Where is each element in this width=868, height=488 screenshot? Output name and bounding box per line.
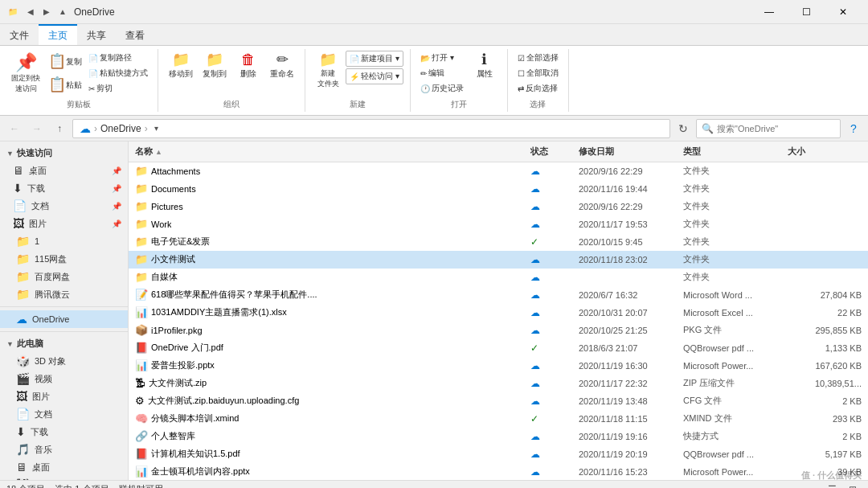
status-network: 联机时可用 bbox=[119, 483, 163, 488]
tab-home[interactable]: 主页 bbox=[39, 24, 77, 45]
history-button[interactable]: 🕐 历史记录 bbox=[417, 81, 467, 96]
table-row[interactable]: 📁 Pictures ☁ 2020/9/16 22:29 文件夹 bbox=[129, 198, 868, 215]
col-header-date[interactable]: 修改日期 bbox=[575, 146, 680, 158]
file-status-cell: ☁ bbox=[527, 325, 575, 336]
easy-access-button[interactable]: ⚡ 轻松访问 ▾ bbox=[346, 68, 403, 84]
col-header-size[interactable]: 大小 bbox=[784, 146, 865, 158]
up-button[interactable]: ↑ bbox=[50, 119, 69, 138]
sidebar-item-pictures2[interactable]: 🖼 图片 bbox=[0, 388, 128, 405]
file-type-cell: 文件夹 bbox=[680, 165, 784, 177]
search-box[interactable]: 🔍 bbox=[696, 119, 841, 138]
close-button[interactable]: ✕ bbox=[825, 0, 862, 24]
tab-share[interactable]: 共享 bbox=[77, 24, 116, 45]
sidebar-item-downloads2[interactable]: ⬇ 下载 bbox=[0, 423, 128, 441]
table-row[interactable]: 🔗 个人整智库 ☁ 2020/11/19 19:16 快捷方式 2 KB bbox=[129, 428, 868, 445]
pin-button[interactable]: 📌 固定到快速访问 bbox=[6, 51, 45, 97]
sidebar-item-onedrive[interactable]: ☁ OneDrive bbox=[0, 310, 128, 328]
open-button[interactable]: 📂 打开 ▾ bbox=[417, 51, 467, 65]
select-none-button[interactable]: ☐ 全部取消 bbox=[514, 66, 562, 80]
table-row[interactable]: 📝 618哪些苹果配件值得买？苹果手机配件.... ☁ 2020/6/7 16:… bbox=[129, 286, 868, 304]
sidebar-item-3d[interactable]: 🎲 3D 对象 bbox=[0, 352, 128, 370]
copy-path-button[interactable]: 📄 复制路径 bbox=[85, 51, 151, 65]
sidebar-item-weiyun[interactable]: 📁 腾讯微云 bbox=[0, 285, 128, 303]
file-status-cell: ☁ bbox=[527, 183, 575, 195]
file-name-text: Attachments bbox=[151, 166, 200, 176]
sidebar-item-music[interactable]: 🎵 音乐 bbox=[0, 441, 128, 458]
table-row[interactable]: 🧠 分镜头脚本培训.xmind ✓ 2020/11/18 11:15 XMIND… bbox=[129, 410, 868, 428]
dropdown-arrow[interactable]: ▾ bbox=[154, 124, 158, 133]
file-date-cell: 2018/6/3 21:07 bbox=[575, 343, 680, 353]
edit-button[interactable]: ✏ 编辑 bbox=[417, 66, 467, 80]
col-header-status[interactable]: 状态 bbox=[527, 146, 575, 158]
back-icon[interactable]: ◀ bbox=[24, 6, 37, 18]
copy-button[interactable]: 📋 复制 bbox=[47, 51, 84, 73]
sidebar-header-this-pc[interactable]: ▼ 此电脑 bbox=[0, 335, 128, 352]
paste-button[interactable]: 📋 粘贴 bbox=[47, 74, 84, 96]
file-name-cell: 🔗 个人整智库 bbox=[132, 430, 527, 442]
maximize-button[interactable]: ☐ bbox=[788, 0, 825, 24]
table-row[interactable]: 📦 i1Profiler.pkg ☁ 2020/10/25 21:25 PKG … bbox=[129, 322, 868, 339]
select-all-button[interactable]: ☑ 全部选择 bbox=[514, 51, 562, 65]
sidebar-header-quick-access[interactable]: ▼ 快速访问 bbox=[0, 145, 128, 162]
file-type-icon: 📊 bbox=[135, 359, 148, 371]
table-row[interactable]: 📁 Attachments ☁ 2020/9/16 22:29 文件夹 bbox=[129, 162, 868, 180]
sidebar-item-baiduyun[interactable]: 📁 百度网盘 bbox=[0, 268, 128, 285]
table-row[interactable]: 📊 金士顿耳机培训内容.pptx ☁ 2020/11/16 15:23 Micr… bbox=[129, 463, 868, 480]
table-row[interactable]: 📁 Documents ☁ 2020/11/16 19:44 文件夹 bbox=[129, 180, 868, 198]
paste-shortcut-button[interactable]: 📄 粘贴快捷方式 bbox=[85, 66, 151, 80]
sidebar-item-documents2[interactable]: 📄 文档 bbox=[0, 405, 128, 423]
sidebar-item-downloads[interactable]: ⬇ 下载 📌 bbox=[0, 179, 128, 197]
sidebar-item-desktop[interactable]: 🖥 桌面 📌 bbox=[0, 162, 128, 179]
file-name-text: Pictures bbox=[151, 202, 183, 211]
cut-button[interactable]: ✂ 剪切 bbox=[85, 81, 151, 96]
address-field[interactable]: ☁ › OneDrive › ▾ bbox=[72, 119, 670, 138]
copy-to-button[interactable]: 📁 复制到 bbox=[199, 51, 231, 81]
tab-file[interactable]: 文件 bbox=[0, 24, 39, 45]
file-name-text: 电子凭证&发票 bbox=[151, 236, 210, 248]
sidebar-item-video[interactable]: 🎬 视频 bbox=[0, 370, 128, 388]
history-icon: 🕐 bbox=[420, 84, 430, 93]
new-item-button[interactable]: 📄 新建项目 ▾ bbox=[346, 51, 403, 67]
file-date-cell: 2020/11/19 20:19 bbox=[575, 449, 680, 459]
refresh-button[interactable]: ↻ bbox=[674, 119, 693, 138]
table-row[interactable]: 🗜 大文件测试.zip ☁ 2020/11/17 22:32 ZIP 压缩文件 … bbox=[129, 375, 868, 392]
sidebar: ▼ 快速访问 🖥 桌面 📌 ⬇ 下载 📌 📄 文档 📌 🖼 图片 � bbox=[0, 141, 129, 480]
forward-icon[interactable]: ▶ bbox=[40, 6, 53, 18]
sidebar-item-documents[interactable]: 📄 文档 📌 bbox=[0, 197, 128, 215]
table-row[interactable]: 📁 自媒体 ☁ 文件夹 bbox=[129, 269, 868, 286]
table-row[interactable]: 📊 爱普生投影.pptx ☁ 2020/11/19 16:30 Microsof… bbox=[129, 357, 868, 375]
file-size-cell: 2 KB bbox=[784, 396, 865, 406]
col-header-type[interactable]: 类型 bbox=[680, 146, 784, 158]
table-row[interactable]: 📁 电子凭证&发票 ✓ 2020/10/15 9:45 文件夹 bbox=[129, 233, 868, 251]
delete-button[interactable]: 🗑 删除 bbox=[232, 51, 264, 81]
minimize-button[interactable]: — bbox=[751, 0, 788, 24]
file-name-cell: 📝 618哪些苹果配件值得买？苹果手机配件.... bbox=[132, 289, 527, 301]
up-icon[interactable]: ▲ bbox=[56, 6, 69, 18]
forward-button[interactable]: → bbox=[27, 119, 47, 138]
rename-button[interactable]: ✏ 重命名 bbox=[266, 51, 298, 81]
sidebar-item-desktop2[interactable]: 🖥 桌面 bbox=[0, 458, 128, 476]
file-type-icon: 🗜 bbox=[135, 377, 145, 389]
back-button[interactable]: ← bbox=[5, 119, 24, 138]
sidebar-item-pictures[interactable]: 🖼 图片 📌 bbox=[0, 215, 128, 232]
table-row[interactable]: 📕 OneDrive 入门.pdf ✓ 2018/6/3 21:07 QQBro… bbox=[129, 339, 868, 357]
status-selected: 选中 1 个项目 bbox=[55, 483, 108, 488]
table-row[interactable]: 📁 Work ☁ 2020/11/17 19:53 文件夹 bbox=[129, 215, 868, 233]
move-to-button[interactable]: 📁 移动到 bbox=[165, 51, 197, 81]
invert-button[interactable]: ⇄ 反向选择 bbox=[514, 81, 562, 96]
status-icon: ☁ bbox=[530, 325, 540, 336]
table-row[interactable]: 📊 1031AMDDIY主题直播需求(1).xlsx ☁ 2020/10/31 … bbox=[129, 304, 868, 322]
table-row[interactable]: 📁 小文件测试 ☁ 2020/11/18 23:02 文件夹 bbox=[129, 251, 868, 269]
new-folder-button[interactable]: 📁 新建文件夹 bbox=[312, 51, 344, 91]
tab-view[interactable]: 查看 bbox=[116, 24, 154, 45]
properties-button[interactable]: ℹ 属性 bbox=[469, 51, 501, 81]
search-input[interactable] bbox=[717, 124, 835, 133]
table-row[interactable]: 📕 计算机相关知识1.5.pdf ☁ 2020/11/19 20:19 QQBr… bbox=[129, 445, 868, 463]
help-button[interactable]: ? bbox=[844, 119, 863, 138]
table-row[interactable]: ⚙ 大文件测试.zip.baiduyun.uploading.cfg ☁ 202… bbox=[129, 392, 868, 410]
col-header-name[interactable]: 名称 ▲ bbox=[132, 146, 527, 158]
sidebar-item-local-c[interactable]: 💾 本地磁盘 (C:) bbox=[0, 476, 128, 480]
sidebar-item-115[interactable]: 📁 115网盘 bbox=[0, 250, 128, 268]
sidebar-item-folder1[interactable]: 📁 1 bbox=[0, 232, 128, 250]
new-folder-icon: 📁 bbox=[319, 52, 337, 67]
